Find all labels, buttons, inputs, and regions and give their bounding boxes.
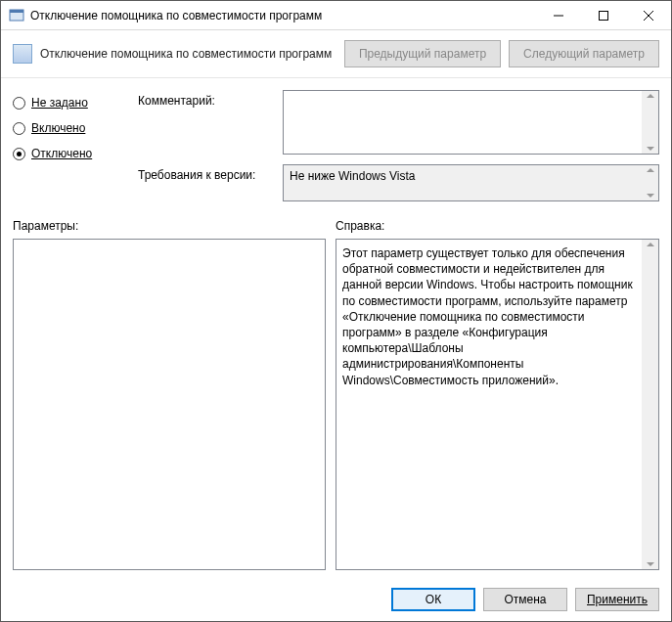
next-setting-button[interactable]: Следующий параметр [509,40,659,67]
radio-label: Отключено [31,147,92,160]
apply-button[interactable]: Применить [575,588,659,611]
svg-rect-1 [10,10,23,13]
help-panel: Этот параметр существует только для обес… [336,239,659,570]
parameters-text [20,245,305,563]
comment-label: Комментарий: [138,90,275,108]
radio-not-configured[interactable]: Не задано [13,96,120,110]
requirements-label: Требования к версии: [138,164,275,182]
close-button[interactable] [626,1,671,30]
comment-row: Комментарий: [138,90,659,155]
scroll-down-icon [647,147,654,151]
requirements-row: Требования к версии: Не ниже Windows Vis… [138,164,659,201]
radio-disabled[interactable]: Отключено [13,147,120,160]
ok-button-label: ОК [426,593,441,606]
upper-section: Не задано Включено Отключено Комментарий… [13,90,659,201]
scrollbar [642,165,658,200]
maximize-button[interactable] [581,1,626,30]
policy-icon [13,44,32,64]
minimize-button[interactable] [536,1,581,30]
apply-button-label: Применить [587,593,648,606]
parameters-label: Параметры: [13,219,336,233]
policy-title: Отключение помощника по совместимости пр… [40,47,336,61]
section-labels: Параметры: Справка: [13,219,659,233]
footer: ОК Отмена Применить [1,578,671,621]
scroll-up-icon [647,94,654,98]
fields-column: Комментарий: Требования к версии: Не ниж… [138,90,659,201]
parameters-panel [13,239,326,570]
radio-circle-icon [13,148,25,160]
scroll-up-icon [647,168,654,172]
cancel-button-label: Отмена [504,593,546,606]
scrollbar[interactable] [642,91,658,154]
dialog-body: Не задано Включено Отключено Комментарий… [1,78,671,578]
requirements-value: Не ниже Windows Vista [290,169,416,183]
help-text: Этот параметр существует только для обес… [342,245,639,563]
radio-circle-icon [13,97,25,110]
radio-enabled[interactable]: Включено [13,121,120,135]
previous-setting-button[interactable]: Предыдущий параметр [344,40,501,67]
radio-label: Не задано [31,96,88,110]
requirements-textarea: Не ниже Windows Vista [283,164,659,201]
cancel-button[interactable]: Отмена [483,588,567,611]
dialog-window: Отключение помощника по совместимости пр… [0,0,672,622]
scroll-down-icon [647,562,654,566]
radio-circle-icon [13,122,25,135]
app-icon [9,8,24,23]
state-radio-group: Не задано Включено Отключено [13,90,120,201]
panels-row: Этот параметр существует только для обес… [13,239,659,570]
ok-button[interactable]: ОК [391,588,475,611]
comment-textarea[interactable] [283,90,659,155]
help-label: Справка: [336,219,384,233]
radio-label: Включено [31,121,85,135]
toolbar: Отключение помощника по совместимости пр… [1,30,671,78]
scroll-down-icon [647,194,654,198]
scroll-up-icon [647,243,654,246]
svg-rect-2 [600,11,608,20]
titlebar: Отключение помощника по совместимости пр… [1,1,671,30]
scrollbar[interactable] [642,240,658,569]
window-title: Отключение помощника по совместимости пр… [30,9,536,22]
